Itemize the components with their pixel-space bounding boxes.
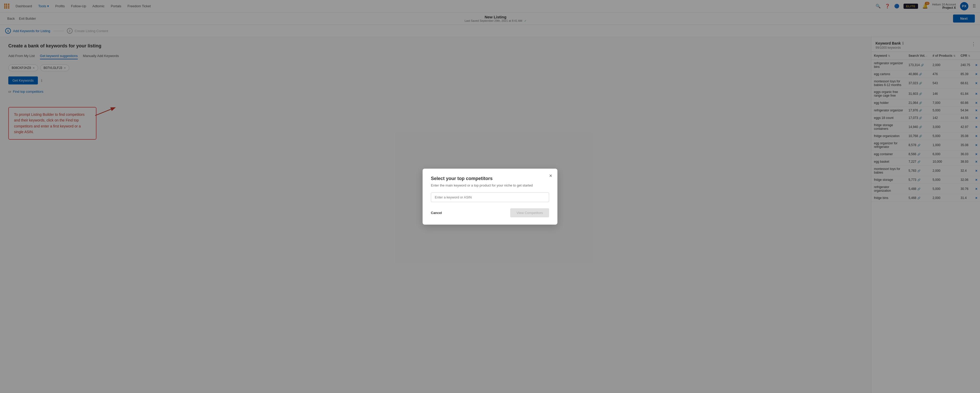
view-competitors-button[interactable]: View Competitors	[510, 208, 549, 217]
modal-title: Select your top competitors	[431, 176, 549, 181]
competitor-modal: × Select your top competitors Enter the …	[423, 169, 557, 225]
modal-subtitle: Enter the main keyword or a top product …	[431, 184, 549, 187]
keyword-asin-input[interactable]	[431, 192, 549, 202]
cancel-button[interactable]: Cancel	[431, 211, 442, 215]
modal-overlay[interactable]: × Select your top competitors Enter the …	[0, 0, 980, 393]
modal-close-button[interactable]: ×	[549, 173, 552, 179]
modal-footer: Cancel View Competitors	[431, 208, 549, 217]
